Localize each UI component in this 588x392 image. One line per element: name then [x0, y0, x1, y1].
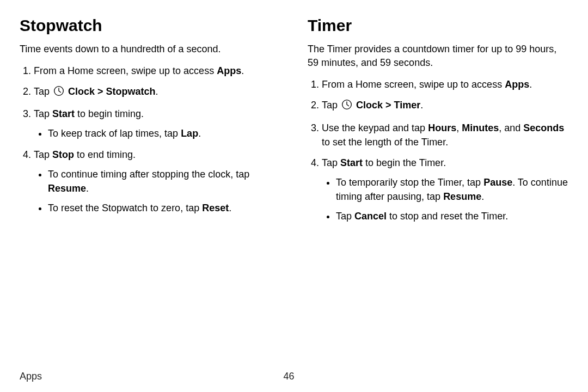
- text: .: [198, 128, 201, 139]
- stopwatch-intro: Time events down to a hundredth of a sec…: [20, 42, 280, 56]
- timer-step-2: Tap Clock > Timer.: [322, 98, 568, 114]
- bold-hours: Hours: [428, 122, 456, 133]
- bold-cancel: Cancel: [354, 211, 387, 222]
- bold-stopwatch: Stopwatch: [106, 86, 156, 97]
- timer-step-4-sub: To temporarily stop the Timer, tap Pause…: [322, 175, 568, 223]
- bold-resume: Resume: [48, 183, 86, 194]
- text: To keep track of lap times, tap: [48, 128, 181, 139]
- timer-column: Timer The Timer provides a countdown tim…: [308, 16, 568, 369]
- stopwatch-step-1: From a Home screen, swipe up to access A…: [34, 64, 280, 78]
- list-item: To reset the Stopwatch to zero, tap Rese…: [48, 201, 280, 215]
- list-item: To continue timing after stopping the cl…: [48, 167, 280, 195]
- stopwatch-step-4-sub: To continue timing after stopping the cl…: [34, 167, 280, 215]
- timer-intro: The Timer provides a countdown timer for…: [308, 42, 568, 70]
- text: to begin timing.: [75, 108, 144, 119]
- text: Use the keypad and tap: [322, 122, 428, 133]
- timer-step-4: Tap Start to begin the Timer. To tempora…: [322, 156, 568, 223]
- list-item: Tap Cancel to stop and reset the Timer.: [336, 209, 568, 223]
- bold-clock: Clock: [68, 86, 95, 97]
- text: .: [156, 86, 158, 97]
- stopwatch-step-3: Tap Start to begin timing. To keep track…: [34, 107, 280, 140]
- stopwatch-step-2: Tap Clock > Stopwatch.: [34, 84, 280, 100]
- text: Tap: [322, 100, 340, 111]
- text: .: [481, 191, 484, 202]
- text: Tap: [34, 149, 52, 160]
- text: , and: [499, 122, 523, 133]
- text: To temporarily stop the Timer, tap: [336, 177, 483, 188]
- text: From a Home screen, swipe up to access: [34, 65, 217, 76]
- bold-apps: Apps: [217, 65, 241, 76]
- text: To reset the Stopwatch to zero, tap: [48, 203, 202, 213]
- clock-icon: [53, 85, 64, 100]
- page-footer: Apps 46: [20, 371, 568, 382]
- footer-page-number: 46: [284, 371, 295, 382]
- manual-page: Stopwatch Time events down to a hundredt…: [0, 0, 588, 392]
- text: Tap: [336, 211, 354, 222]
- bold-stop: Stop: [52, 149, 74, 160]
- bold-timer: Timer: [394, 100, 421, 111]
- timer-step-3: Use the keypad and tap Hours, Minutes, a…: [322, 121, 568, 149]
- text: To continue timing after stopping the cl…: [48, 169, 249, 180]
- text: to begin the Timer.: [363, 157, 446, 168]
- text: to stop and reset the Timer.: [387, 211, 508, 222]
- bold-minutes: Minutes: [462, 122, 499, 133]
- bold-pause: Pause: [483, 177, 512, 188]
- stopwatch-step-3-sub: To keep track of lap times, tap Lap.: [34, 126, 280, 140]
- text: Tap: [322, 157, 340, 168]
- stopwatch-step-4: Tap Stop to end timing. To continue timi…: [34, 148, 280, 215]
- text: ,: [456, 122, 462, 133]
- timer-step-1: From a Home screen, swipe up to access A…: [322, 77, 568, 91]
- text: to end timing.: [74, 149, 136, 160]
- bold-start: Start: [340, 157, 363, 168]
- bold-start: Start: [52, 108, 75, 119]
- bold-reset: Reset: [202, 203, 229, 213]
- breadcrumb-chevron: >: [383, 100, 394, 111]
- bold-seconds: Seconds: [523, 122, 564, 133]
- bold-apps: Apps: [505, 79, 529, 90]
- bold-lap: Lap: [181, 128, 198, 139]
- timer-steps: From a Home screen, swipe up to access A…: [308, 77, 568, 223]
- text: .: [229, 203, 231, 213]
- bold-clock: Clock: [356, 100, 383, 111]
- text: .: [86, 183, 89, 194]
- stopwatch-column: Stopwatch Time events down to a hundredt…: [20, 16, 280, 369]
- clock-icon: [341, 99, 352, 114]
- list-item: To temporarily stop the Timer, tap Pause…: [336, 175, 568, 204]
- timer-heading: Timer: [308, 16, 568, 35]
- text: .: [529, 79, 532, 90]
- stopwatch-steps: From a Home screen, swipe up to access A…: [20, 64, 280, 215]
- columns: Stopwatch Time events down to a hundredt…: [20, 16, 568, 369]
- text: to set the length of the Timer.: [322, 137, 448, 148]
- footer-section-label: Apps: [20, 371, 42, 382]
- bold-resume: Resume: [443, 191, 481, 202]
- text: From a Home screen, swipe up to access: [322, 79, 505, 90]
- text: .: [241, 65, 244, 76]
- breadcrumb-chevron: >: [95, 86, 106, 97]
- text: .: [420, 100, 423, 111]
- text: Tap: [34, 108, 52, 119]
- footer-spacer: [536, 371, 568, 382]
- list-item: To keep track of lap times, tap Lap.: [48, 126, 280, 140]
- stopwatch-heading: Stopwatch: [20, 16, 280, 35]
- text: Tap: [34, 86, 52, 97]
